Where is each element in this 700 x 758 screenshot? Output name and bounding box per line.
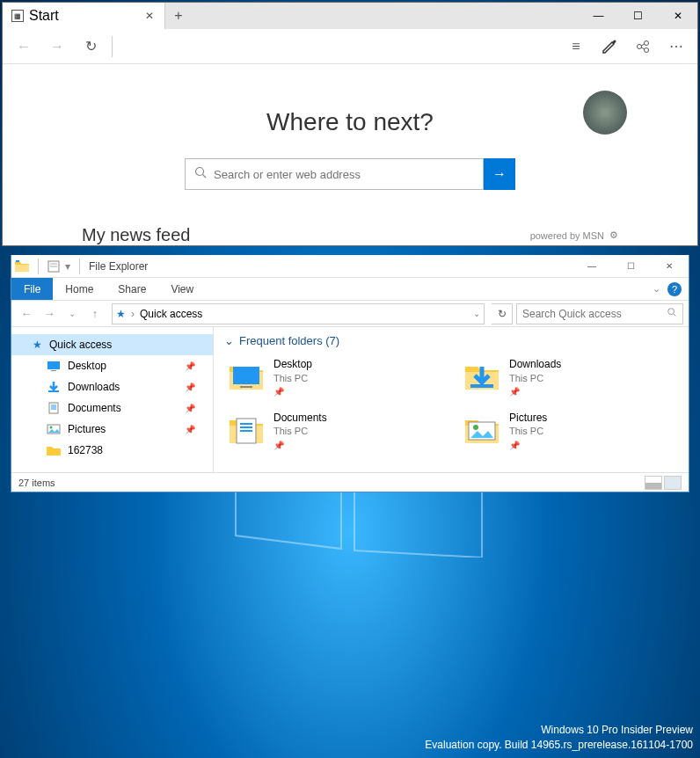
ribbon-share-tab[interactable]: Share — [106, 278, 158, 300]
close-tab-button[interactable]: ✕ — [143, 10, 156, 22]
fe-ribbon: File Home Share View ⌄ ? — [11, 278, 689, 301]
sidebar-item-label: 162738 — [68, 444, 103, 456]
powered-by: powered by MSN ⚙ — [530, 230, 618, 241]
more-button[interactable]: ⋯ — [660, 31, 692, 62]
fe-up-button[interactable]: ↑ — [85, 304, 105, 324]
pin-icon: 📌 — [509, 440, 547, 451]
fe-main-pane: ⌄ Frequent folders (7) DesktopThis PC📌Do… — [214, 327, 689, 472]
fe-search-input[interactable] — [522, 308, 667, 320]
watermark-line2: Evaluation copy. Build 14965.rs_prerelea… — [425, 738, 693, 753]
sidebar-item-quick-access[interactable]: ★ Quick access — [11, 334, 213, 355]
fe-refresh-button[interactable]: ↻ — [492, 303, 513, 324]
search-icon — [667, 307, 677, 320]
search-input[interactable] — [214, 168, 474, 181]
folder-icon — [463, 361, 500, 393]
pin-icon: 📌 — [185, 425, 195, 434]
sidebar-item-pictures[interactable]: Pictures 📌 — [11, 419, 213, 440]
folder-icon — [228, 415, 265, 447]
maximize-button[interactable]: ☐ — [618, 3, 658, 29]
svg-rect-16 — [49, 403, 58, 413]
folder-item[interactable]: DownloadsThis PC📌 — [460, 354, 678, 401]
file-explorer-window: ▾ File Explorer — ☐ ✕ File Home Share Vi… — [11, 255, 689, 492]
breadcrumb-text: Quick access — [140, 308, 202, 320]
fe-back-button[interactable]: ← — [17, 304, 36, 324]
folder-item[interactable]: PicturesThis PC📌 — [460, 408, 678, 455]
minimize-button[interactable]: — — [579, 3, 618, 29]
quick-access-star-icon: ★ — [116, 308, 126, 320]
fe-close-button[interactable]: ✕ — [650, 255, 689, 278]
search-box[interactable] — [185, 158, 484, 190]
pin-icon: 📌 — [273, 386, 312, 397]
folder-name: Desktop — [273, 358, 312, 372]
close-window-button[interactable]: ✕ — [658, 3, 697, 29]
folder-name: Documents — [273, 412, 327, 426]
svg-point-11 — [668, 309, 674, 315]
chevron-down-icon: ⌄ — [224, 334, 234, 347]
ribbon-home-tab[interactable]: Home — [53, 278, 106, 300]
folder-icon — [228, 361, 265, 393]
folder-location: This PC — [273, 425, 327, 437]
pictures-icon — [47, 423, 61, 435]
fe-app-icon — [15, 260, 29, 273]
share-button[interactable] — [627, 31, 659, 62]
news-feed-title: My news feed — [82, 225, 190, 245]
sidebar-item-downloads[interactable]: Downloads 📌 — [11, 376, 213, 397]
edge-browser-window: ▦ Start ✕ + — ☐ ✕ ← → ↻ ≡ ⋯ Where to nex… — [2, 2, 698, 246]
ribbon-view-tab[interactable]: View — [158, 278, 206, 300]
ribbon-file-tab[interactable]: File — [11, 278, 53, 300]
addr-dropdown-icon[interactable]: ⌄ — [473, 309, 480, 318]
folder-item[interactable]: DocumentsThis PC📌 — [224, 408, 442, 455]
svg-point-34 — [473, 425, 478, 430]
settings-gear-icon[interactable]: ⚙ — [609, 230, 618, 241]
fe-titlebar: ▾ File Explorer — ☐ ✕ — [11, 255, 689, 278]
svg-rect-6 — [15, 265, 29, 272]
powered-by-text: powered by MSN — [530, 230, 604, 241]
downloads-icon — [47, 381, 61, 393]
notes-button[interactable] — [594, 31, 625, 62]
forward-button[interactable]: → — [41, 31, 73, 62]
pin-icon: 📌 — [185, 361, 195, 371]
user-avatar[interactable] — [583, 91, 627, 135]
documents-icon — [47, 402, 61, 414]
section-header-frequent[interactable]: ⌄ Frequent folders (7) — [224, 334, 678, 347]
sidebar-item-folder[interactable]: 162738 — [11, 440, 213, 461]
folder-item[interactable]: DesktopThis PC📌 — [224, 354, 442, 401]
windows-watermark: Windows 10 Pro Insider Preview Evaluatio… — [425, 723, 693, 753]
folder-name: Downloads — [509, 358, 561, 372]
sidebar-item-desktop[interactable]: Desktop 📌 — [11, 355, 213, 376]
edge-titlebar: ▦ Start ✕ + — ☐ ✕ — [3, 3, 697, 29]
fe-sidebar: ★ Quick access Desktop 📌 Downloads 📌 Doc… — [11, 327, 214, 472]
fe-forward-button[interactable]: → — [40, 304, 59, 324]
fe-history-button[interactable]: ⌄ — [62, 304, 82, 324]
toolbar-separator — [112, 36, 113, 57]
pin-icon: 📌 — [185, 383, 195, 392]
sidebar-item-label: Documents — [68, 402, 121, 414]
new-tab-button[interactable]: + — [165, 8, 192, 24]
svg-rect-14 — [51, 370, 56, 371]
refresh-button[interactable]: ↻ — [75, 31, 106, 62]
fe-search-box[interactable] — [516, 303, 683, 324]
view-details-button[interactable] — [645, 476, 662, 490]
desktop-icon — [47, 360, 61, 372]
sidebar-item-label: Desktop — [68, 360, 106, 372]
svg-point-1 — [638, 44, 642, 48]
fe-nav-bar: ← → ⌄ ↑ ★ › Quick access ⌄ ↻ — [11, 301, 689, 327]
browser-tab[interactable]: ▦ Start ✕ — [3, 3, 165, 29]
svg-rect-13 — [47, 361, 60, 369]
address-bar[interactable]: ★ › Quick access ⌄ — [112, 303, 485, 324]
back-button[interactable]: ← — [8, 31, 40, 62]
sidebar-item-label: Quick access — [49, 339, 112, 351]
qa-dropdown[interactable]: ▾ — [65, 260, 70, 273]
help-icon[interactable]: ? — [667, 282, 682, 296]
hub-button[interactable]: ≡ — [560, 31, 592, 62]
fe-properties-icon[interactable] — [47, 260, 60, 273]
edge-content: Where to next? → My news feed powered by… — [3, 64, 697, 245]
folder-location: This PC — [509, 425, 547, 437]
view-icons-button[interactable] — [664, 476, 682, 490]
folder-location: This PC — [509, 372, 561, 384]
fe-maximize-button[interactable]: ☐ — [611, 255, 650, 278]
sidebar-item-documents[interactable]: Documents 📌 — [11, 397, 213, 419]
search-go-button[interactable]: → — [484, 158, 515, 190]
ribbon-expand-button[interactable]: ⌄ — [653, 283, 660, 295]
fe-minimize-button[interactable]: — — [572, 255, 611, 278]
